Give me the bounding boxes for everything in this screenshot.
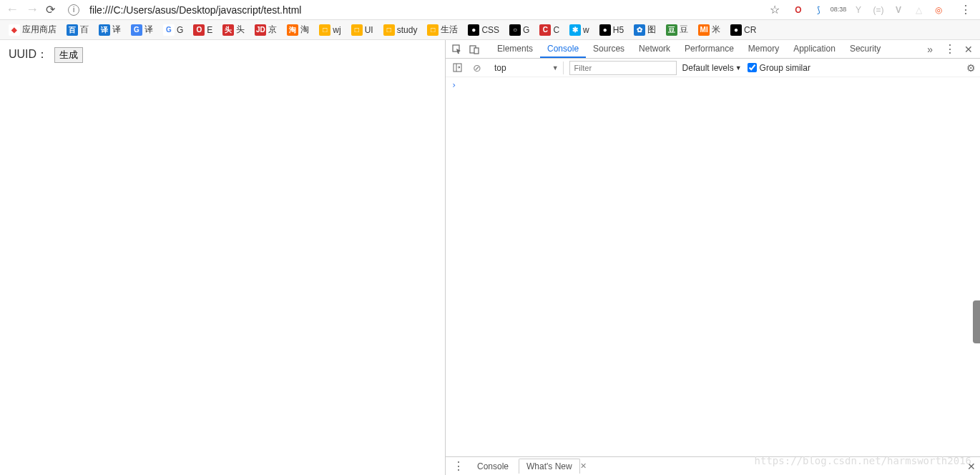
bookmark-item[interactable]: □study [381,23,421,37]
bookmark-label: H5 [613,25,624,35]
device-toggle-icon[interactable] [467,42,481,57]
drawer-tab-close-icon[interactable]: ✕ [580,461,587,471]
bookmark-favicon: □ [383,24,395,36]
devtools-tab-memory[interactable]: Memory [741,41,786,58]
devtools-tab-elements[interactable]: Elements [490,41,540,58]
svg-rect-2 [474,48,479,54]
drawer-tab-console[interactable]: Console [470,459,516,474]
bookmark-item[interactable]: 淘淘 [284,22,312,37]
bookmark-favicon: C [539,24,551,36]
target-ext-icon[interactable]: ◎ [933,4,944,16]
group-similar-input[interactable] [748,63,757,72]
bookmark-item[interactable]: ✱w [567,23,592,37]
scrollbar-handle[interactable] [973,300,980,343]
bookmark-label: 百 [80,24,89,36]
devtools-tab-network[interactable]: Network [632,41,677,58]
bookmark-label: 京 [268,24,277,36]
bookmark-item[interactable]: GG [160,23,186,37]
page-content: UUID： 生成 [0,40,445,475]
clock-icon[interactable]: 08:38 [833,4,844,16]
bookmark-favicon: ◆ [9,24,20,36]
bookmark-label: UI [365,25,373,35]
context-selector[interactable]: top ▼ [490,62,564,74]
console-body[interactable]: › [446,77,980,456]
bookmark-label: E [207,25,212,35]
browser-menu-button[interactable]: ⋮ [957,3,974,16]
tri-ext-icon[interactable]: △ [913,4,924,16]
group-similar-checkbox[interactable]: Group similar [748,63,810,73]
bookmark-item[interactable]: ●H5 [597,23,627,37]
bookmark-item[interactable]: 豆豆 [663,22,691,37]
devtools-tab-sources[interactable]: Sources [586,41,632,58]
forward-button[interactable]: → [26,2,39,17]
bookmark-favicon: □ [427,24,438,36]
inspect-element-icon[interactable] [450,42,464,57]
bookmark-label: wj [333,25,340,35]
bookmark-favicon: G [163,24,175,36]
devtools-panel: ElementsConsoleSourcesNetworkPerformance… [445,40,980,475]
bookmark-favicon: ● [730,24,742,36]
code-ext-icon[interactable]: (=) [873,4,884,16]
bookmark-favicon: ● [468,24,479,36]
bookmark-item[interactable]: ●CR [727,23,759,37]
bookmark-item[interactable]: □wj [316,23,343,37]
bookmark-item[interactable]: □UI [348,23,376,37]
bookmarks-bar: ◆应用商店百百译译G译GGOE头头JD京淘淘□wj□UI□study□生活●CS… [0,20,980,40]
bookmark-label: 译 [144,24,153,36]
bookmark-label: CSS [481,25,499,35]
console-sidebar-toggle[interactable] [450,61,464,75]
bookmark-item[interactable]: 译译 [96,22,124,37]
bookmark-favicon: 豆 [666,24,677,36]
bookmark-label: G [523,25,529,35]
bookmark-item[interactable]: 百百 [64,22,92,37]
drawer-tab-whatsnew[interactable]: What's New [519,459,580,474]
drawer-menu[interactable]: ⋮ [450,459,467,473]
bookmark-item[interactable]: G译 [128,22,156,37]
address-bar[interactable]: file:///C:/Users/asus/Desktop/javascript… [87,4,763,16]
grey-ext-icon[interactable]: Y [853,4,864,16]
bookmark-item[interactable]: ●CSS [465,23,502,37]
reload-button[interactable]: ⟳ [46,3,55,16]
console-filter-input[interactable] [569,61,677,75]
bookmark-favicon: ✿ [634,24,645,36]
devtools-tab-performance[interactable]: Performance [677,41,741,58]
bookmark-label: G [177,25,183,35]
bookmark-item[interactable]: □生活 [424,22,461,37]
console-settings-icon[interactable]: ⚙ [966,62,976,74]
bookmark-favicon: JD [255,24,266,36]
bookmark-item[interactable]: MI米 [695,22,723,37]
devtools-tab-application[interactable]: Application [786,41,843,58]
extension-icons: O ⟆ 08:38 Y (=) V △ ◎ [787,4,950,16]
devtools-more-tabs[interactable]: » [921,44,939,55]
bookmark-label: 译 [112,24,121,36]
clear-console-icon[interactable]: ⊘ [470,61,484,75]
bookmark-favicon: O [193,24,205,36]
bookmark-label: 应用商店 [22,24,57,36]
bookmark-item[interactable]: OE [190,23,215,37]
swoosh-icon[interactable]: ⟆ [813,4,824,16]
v-ext-icon[interactable]: V [893,4,904,16]
bookmark-label: 豆 [680,24,688,36]
bookmark-item[interactable]: ✿图 [631,22,659,37]
devtools-menu[interactable]: ⋮ [941,42,959,56]
bookmark-item[interactable]: CC [536,23,562,37]
bookmark-item[interactable]: ◆应用商店 [6,22,59,37]
bookmark-item[interactable]: ○G [506,23,532,37]
bookmark-star-icon[interactable]: ☆ [770,3,780,16]
back-button[interactable]: ← [6,2,19,17]
bookmark-label: 图 [647,24,656,36]
info-icon[interactable]: i [68,4,79,16]
devtools-tab-security[interactable]: Security [843,41,888,58]
bookmark-item[interactable]: JD京 [252,22,280,37]
bookmark-item[interactable]: 头头 [220,22,248,37]
devtools-tab-console[interactable]: Console [540,41,586,58]
drawer-close-icon[interactable]: ✕ [967,461,976,472]
generate-button[interactable]: 生成 [54,47,83,63]
log-levels-selector[interactable]: Default levels▼ [682,63,742,73]
opera-icon[interactable]: O [793,4,804,16]
bookmark-label: CR [744,25,756,35]
bookmark-label: 米 [712,24,720,36]
bookmark-favicon: □ [351,24,363,36]
devtools-close-icon[interactable]: ✕ [961,42,976,57]
svg-rect-3 [454,64,461,72]
